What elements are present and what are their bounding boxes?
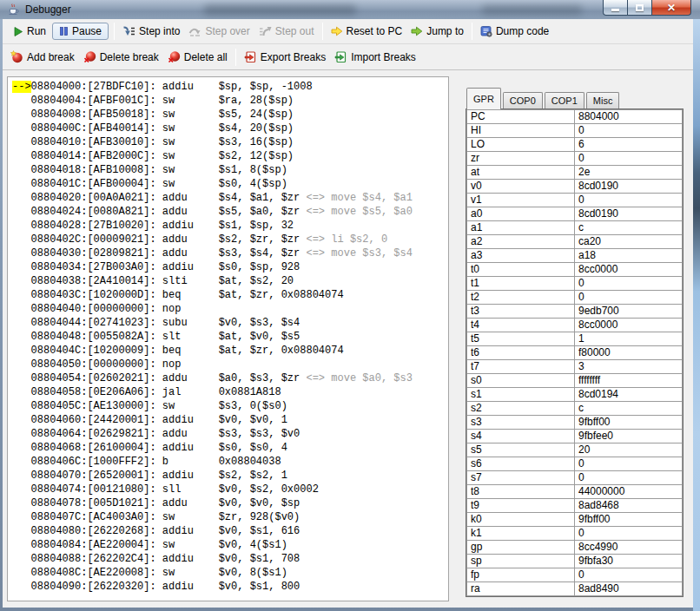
instruction-text: 08804074:[00121080]: sll $v0, $s2, 0x000… [31, 483, 319, 496]
pause-button[interactable]: Pause [52, 23, 109, 40]
register-value[interactable]: f80000 [575, 346, 683, 360]
disasm-line[interactable]: 0880400C:[AFB40014]: sw $s4, 20($sp) [12, 122, 448, 135]
disasm-line[interactable]: 0880403C:[1020000D]: beq $at, $zr, 0x088… [12, 288, 448, 302]
register-value[interactable]: 20 [575, 443, 683, 457]
step-into-button[interactable]: Step into [118, 23, 184, 40]
register-value[interactable]: 0 [575, 277, 683, 291]
register-value[interactable]: 44000000 [575, 485, 683, 499]
register-value[interactable]: 8cd0194 [575, 388, 683, 402]
register-value[interactable]: a18 [575, 249, 683, 263]
disasm-line[interactable]: 0880401C:[AFB00004]: sw $s0, 4($sp) [12, 177, 448, 191]
instruction-text: 08804090:[26220320]: addiu $v0, $s1, 800 [31, 581, 300, 593]
disasm-line[interactable]: 08804010:[AFB30010]: sw $s3, 16($sp) [12, 135, 448, 149]
register-name: v1 [467, 194, 575, 207]
disasm-line[interactable]: 08804068:[26100004]: addiu $s0, $s0, 4 [12, 441, 448, 455]
register-value[interactable]: 8cc0000 [575, 319, 683, 332]
disasm-line[interactable]: 08804038:[2A410014]: slti $at, $s2, 20 [12, 274, 448, 288]
disasm-line[interactable]: 0880408C:[AE220008]: sw $v0, 8($s1) [12, 566, 448, 580]
disasm-line[interactable]: 0880406C:[1000FFF2]: b 0x08804038 [12, 455, 448, 469]
register-row: LO6 [467, 138, 683, 152]
disasm-line[interactable]: 08804080:[26220268]: addiu $v0, $s1, 616 [12, 524, 448, 538]
disasm-line[interactable]: 08804024:[0080A821]: addu $s5, $a0, $zr … [12, 205, 448, 219]
register-value[interactable]: 8ad8490 [575, 582, 683, 596]
disasm-line[interactable]: 0880407C:[AC4003A0]: sw $zr, 928($v0) [12, 510, 448, 524]
disasm-line[interactable]: 08804030:[02809821]: addu $s3, $s4, $zr … [12, 246, 448, 260]
register-value[interactable]: 0 [575, 291, 683, 305]
delete-break-button[interactable]: Delete break [79, 48, 163, 66]
disasm-line[interactable]: 08804018:[AFB10008]: sw $s1, 8($sp) [12, 163, 448, 177]
register-value[interactable]: 0 [575, 457, 683, 471]
register-value[interactable]: 8cc4990 [575, 541, 683, 555]
disasm-line[interactable]: 0880402C:[00009021]: addu $s2, $zr, $zr … [12, 233, 448, 246]
disasm-line[interactable]: 08804060:[24420001]: addiu $v0, $v0, 1 [12, 413, 448, 427]
disasm-line[interactable]: 08804074:[00121080]: sll $v0, $s2, 0x000… [12, 483, 448, 496]
register-value[interactable]: 8cd0190 [575, 180, 683, 194]
register-value[interactable]: 9fbfee0 [575, 430, 683, 443]
disasm-line[interactable]: 08804090:[26220320]: addiu $v0, $s1, 800 [12, 580, 448, 594]
step-out-button[interactable]: Step out [254, 23, 319, 40]
disasm-line[interactable]: -->08804000:[27BDFC10]: addiu $sp, $sp, … [12, 80, 448, 94]
register-value[interactable]: 9fbff00 [575, 513, 683, 527]
run-button[interactable]: Run [9, 23, 50, 40]
register-value[interactable]: 8ad8468 [575, 499, 683, 513]
register-value[interactable]: 8804000 [575, 110, 683, 124]
reset-to-pc-label: Reset to PC [347, 25, 403, 37]
disassembly-view[interactable]: -->08804000:[27BDFC10]: addiu $sp, $sp, … [7, 76, 449, 601]
disasm-line[interactable]: 08804058:[0E206A06]: jal 0x0881A818 [12, 385, 448, 399]
register-value[interactable]: 0 [575, 568, 683, 582]
tab-cop1[interactable]: COP1 [545, 92, 584, 109]
jump-to-button[interactable]: Jump to [406, 23, 468, 40]
disasm-line[interactable]: 08804028:[27B10020]: addiu $s1, $sp, 32 [12, 219, 448, 233]
tab-misc[interactable]: Misc [586, 92, 620, 109]
disasm-line[interactable]: 08804040:[00000000]: nop [12, 302, 448, 316]
delete-all-button[interactable]: Delete all [163, 48, 232, 66]
disasm-line[interactable]: 08804044:[02741023]: subu $v0, $s3, $s4 [12, 316, 448, 330]
export-breaks-button[interactable]: Export Breaks [240, 49, 330, 66]
close-button[interactable]: ✕ [651, 0, 691, 16]
disasm-line[interactable]: 08804050:[00000000]: nop [12, 358, 448, 371]
disasm-line[interactable]: 08804020:[00A0A021]: addu $s4, $a1, $zr … [12, 191, 448, 205]
register-value[interactable]: 9fbff00 [575, 416, 683, 430]
register-value[interactable]: 8cc0000 [575, 263, 683, 277]
register-value[interactable]: 9fbfa30 [575, 555, 683, 568]
disasm-line[interactable]: 08804054:[02602021]: addu $a0, $s3, $zr … [12, 371, 448, 385]
register-value[interactable]: 0 [575, 194, 683, 207]
dump-code-button[interactable]: Dump code [476, 23, 553, 40]
minimize-button[interactable] [603, 0, 628, 16]
add-break-button[interactable]: Add break [6, 48, 79, 66]
register-value[interactable]: 0 [575, 471, 683, 485]
register-value[interactable]: 0 [575, 527, 683, 541]
tab-cop0[interactable]: COP0 [503, 92, 543, 109]
register-value[interactable]: 9edb700 [575, 305, 683, 319]
disasm-line[interactable]: 08804014:[AFB2000C]: sw $s2, 12($sp) [12, 149, 448, 163]
disasm-line[interactable]: 08804048:[0055082A]: slt $at, $v0, $s5 [12, 330, 448, 344]
disasm-line[interactable]: 08804064:[02629821]: addu $s3, $s3, $v0 [12, 427, 448, 441]
disasm-line[interactable]: 08804088:[262202C4]: addiu $v0, $s1, 708 [12, 552, 448, 566]
register-value[interactable]: ca20 [575, 235, 683, 249]
register-value[interactable]: 3 [575, 360, 683, 374]
register-value[interactable]: 1 [575, 332, 683, 346]
disasm-line[interactable]: 08804078:[005D1021]: addu $v0, $v0, $sp [12, 496, 448, 510]
disasm-line[interactable]: 08804034:[27B003A0]: addiu $s0, $sp, 928 [12, 260, 448, 274]
disasm-line[interactable]: 0880405C:[AE130000]: sw $s3, 0($s0) [12, 399, 448, 413]
register-row: t73 [467, 360, 683, 374]
disasm-line[interactable]: 08804004:[AFBF001C]: sw $ra, 28($sp) [12, 94, 448, 108]
register-value[interactable]: 2e [575, 166, 683, 180]
import-breaks-button[interactable]: Import Breaks [330, 49, 420, 66]
step-over-button[interactable]: Step over [184, 23, 254, 40]
titlebar[interactable]: Debugger ✕ [0, 0, 700, 19]
disasm-line[interactable]: 08804070:[26520001]: addiu $s2, $s2, 1 [12, 469, 448, 483]
register-value[interactable]: c [575, 402, 683, 416]
register-value[interactable]: ffffffff [575, 374, 683, 388]
register-value[interactable]: 0 [575, 152, 683, 166]
register-value[interactable]: 6 [575, 138, 683, 152]
disasm-line[interactable]: 0880404C:[10200009]: beq $at, $zr, 0x088… [12, 344, 448, 358]
register-value[interactable]: 8cd0190 [575, 207, 683, 221]
reset-to-pc-button[interactable]: Reset to PC [327, 23, 407, 40]
register-value[interactable]: c [575, 221, 683, 235]
disasm-line[interactable]: 08804084:[AE220004]: sw $v0, 4($s1) [12, 538, 448, 552]
register-value[interactable]: 0 [575, 124, 683, 138]
maximize-button[interactable] [628, 0, 651, 16]
tab-gpr[interactable]: GPR [466, 88, 501, 109]
disasm-line[interactable]: 08804008:[AFB50018]: sw $s5, 24($sp) [12, 108, 448, 122]
